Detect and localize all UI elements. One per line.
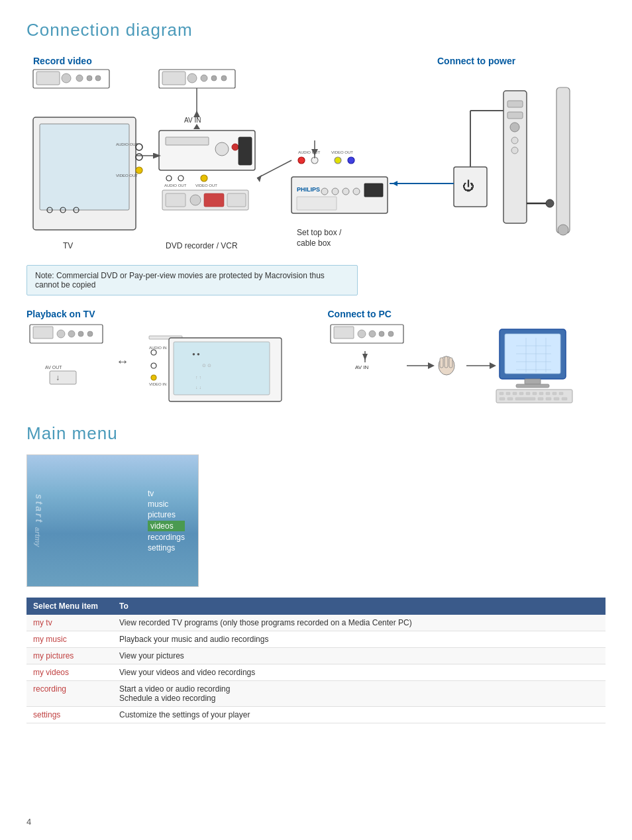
svg-text:AUDIO OUT: AUDIO OUT	[164, 184, 187, 187]
svg-rect-59	[503, 91, 527, 223]
svg-rect-17	[162, 72, 185, 85]
connect-pc-section: Connect to PC AV IN	[327, 309, 606, 407]
svg-rect-131	[500, 392, 503, 395]
svg-line-70	[257, 160, 291, 178]
svg-point-64	[511, 147, 518, 154]
connect-pc-svg: AV IN	[327, 319, 612, 405]
svg-text:VIDEO OUT: VIDEO OUT	[195, 184, 217, 187]
svg-marker-75	[392, 181, 397, 186]
table-row: my tvView recorded TV programs (only tho…	[26, 615, 606, 631]
svg-rect-40	[227, 193, 246, 207]
svg-point-5	[95, 76, 101, 81]
table-row: my picturesView your pictures	[26, 648, 606, 664]
svg-text:↑ ↑: ↑ ↑	[195, 375, 201, 380]
table-cell-desc: Customize the settings of your player	[113, 707, 606, 723]
svg-text:VIDEO OUT: VIDEO OUT	[331, 150, 353, 154]
record-video-label: Record video	[33, 56, 92, 66]
lower-diagrams-section: Playback on TV AV OUT ↓ ↔ AUDIO IN VIDEO…	[26, 309, 606, 407]
table-row: settingsCustomize the settings of your p…	[26, 707, 606, 723]
svg-rect-103	[334, 327, 354, 339]
svg-point-94	[151, 375, 156, 380]
svg-rect-39	[204, 193, 224, 207]
svg-point-93	[151, 363, 156, 368]
svg-point-29	[232, 144, 238, 150]
menu-item-videos: videos	[148, 521, 185, 531]
menu-item-tv: tv	[148, 489, 185, 498]
svg-rect-133	[513, 392, 517, 395]
settopbox-device: AUDIO OUT VIDEO OUT PHILIPS	[291, 150, 388, 213]
svg-text:AV OUT: AV OUT	[45, 365, 62, 370]
table-cell-item: settings	[26, 707, 113, 723]
svg-marker-71	[257, 175, 262, 182]
svg-point-105	[369, 331, 376, 337]
svg-rect-141	[500, 397, 505, 400]
svg-text:DVD recorder / VCR: DVD recorder / VCR	[166, 241, 238, 250]
svg-point-52	[353, 188, 360, 195]
svg-text:AUDIO OUT: AUDIO OUT	[298, 150, 321, 154]
menu-items-list: tv music pictures videos recordings sett…	[148, 489, 185, 552]
svg-text:PHILIPS: PHILIPS	[297, 186, 320, 193]
svg-point-63	[511, 137, 518, 144]
svg-text:AUDIO OUT: AUDIO OUT	[116, 142, 138, 146]
svg-point-82	[57, 330, 65, 338]
table-cell-item: recording	[26, 681, 113, 707]
svg-rect-7	[40, 124, 129, 210]
svg-text:AV IN: AV IN	[184, 117, 201, 124]
connection-diagram-svg: Record video Connect to power AUDIO OUT …	[26, 51, 609, 256]
svg-point-2	[62, 74, 71, 83]
svg-rect-27	[166, 137, 209, 145]
svg-rect-122	[516, 384, 549, 388]
svg-rect-97	[174, 342, 270, 395]
svg-point-19	[201, 75, 207, 81]
table-cell-desc: View your videos and video recordings	[113, 664, 606, 681]
svg-marker-112	[428, 362, 435, 369]
svg-point-107	[388, 331, 394, 337]
svg-rect-147	[562, 397, 567, 400]
svg-point-20	[211, 76, 217, 81]
menu-screenshot: start art my tv music pictures videos re…	[26, 454, 199, 587]
svg-point-4	[87, 76, 92, 81]
svg-point-21	[221, 76, 227, 81]
svg-point-85	[87, 331, 93, 337]
svg-rect-144	[538, 397, 543, 400]
svg-text:⏻: ⏻	[462, 180, 474, 193]
connect-pc-label: Connect to PC	[327, 309, 606, 319]
table-row: recordingStart a video or audio recordin…	[26, 681, 606, 707]
menu-table: Select Menu item To my tvView recorded T…	[26, 598, 606, 723]
svg-rect-140	[559, 392, 563, 395]
table-cell-item: my videos	[26, 664, 113, 681]
svg-text:↓: ↓	[56, 373, 60, 382]
svg-point-68	[558, 225, 568, 235]
svg-point-31	[166, 176, 172, 181]
svg-point-44	[335, 157, 341, 164]
svg-rect-138	[546, 392, 550, 395]
svg-rect-30	[238, 137, 252, 165]
svg-rect-1	[36, 72, 60, 85]
table-cell-item: my pictures	[26, 648, 113, 664]
table-cell-item: my music	[26, 631, 113, 648]
svg-text:● ●: ● ●	[192, 351, 200, 357]
svg-point-104	[358, 330, 366, 338]
svg-rect-139	[553, 392, 556, 395]
connection-diagram-section: Record video Connect to power AUDIO OUT …	[26, 51, 606, 295]
svg-rect-114	[440, 358, 443, 368]
svg-point-45	[348, 157, 354, 164]
svg-rect-37	[166, 193, 185, 207]
main-menu-title: Main menu	[26, 423, 606, 444]
svg-rect-60	[507, 101, 523, 107]
svg-point-32	[178, 176, 184, 181]
svg-text:↓ ↓: ↓ ↓	[195, 385, 201, 390]
main-menu-section: Main menu start art my tv music pictures…	[26, 423, 606, 723]
svg-point-18	[187, 74, 197, 83]
svg-rect-53	[364, 184, 383, 197]
svg-point-28	[215, 142, 229, 156]
playback-svg: AV OUT ↓ ↔ AUDIO IN VIDEO IN ● ● ⊙ ⊙ ↑ ↑…	[26, 319, 305, 405]
svg-rect-67	[556, 87, 570, 233]
svg-text:AUDIO IN: AUDIO IN	[149, 346, 167, 350]
svg-point-91	[151, 350, 156, 355]
svg-rect-135	[526, 392, 530, 395]
svg-point-62	[510, 123, 519, 132]
svg-point-51	[342, 188, 349, 195]
power-adapter: ⏻	[454, 87, 570, 235]
svg-rect-136	[533, 392, 537, 395]
